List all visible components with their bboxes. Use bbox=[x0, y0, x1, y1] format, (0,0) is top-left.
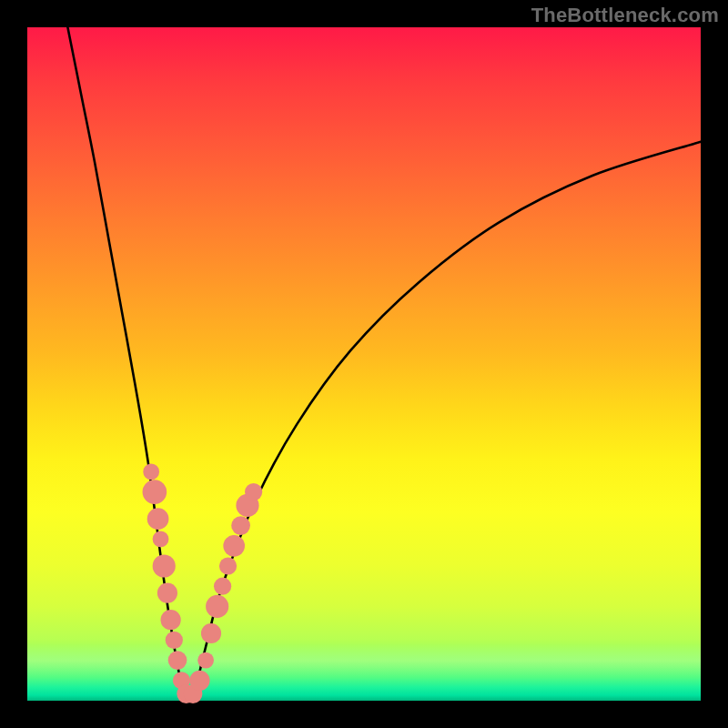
outer-frame: TheBottleneck.com bbox=[0, 0, 728, 728]
chart-overlay bbox=[27, 27, 701, 701]
curve-marker bbox=[153, 531, 169, 548]
watermark-text: TheBottleneck.com bbox=[531, 4, 719, 27]
curve-marker bbox=[143, 464, 159, 480]
curve-marker bbox=[189, 671, 209, 691]
curve-marker bbox=[157, 583, 177, 603]
curve-marker bbox=[143, 480, 167, 504]
curve-marker bbox=[214, 578, 231, 595]
curve-marker bbox=[197, 652, 214, 669]
curve-markers bbox=[143, 464, 263, 703]
curve-marker bbox=[219, 557, 237, 574]
curve-marker bbox=[153, 554, 176, 577]
curve-marker bbox=[206, 595, 228, 618]
curve-marker bbox=[147, 508, 169, 530]
curve-marker bbox=[168, 651, 187, 670]
curve-marker bbox=[245, 483, 262, 500]
curve-marker bbox=[223, 535, 245, 557]
curve-marker bbox=[231, 516, 250, 535]
curve-marker bbox=[161, 610, 181, 630]
curve-marker bbox=[166, 632, 183, 649]
curve-marker bbox=[201, 623, 221, 643]
